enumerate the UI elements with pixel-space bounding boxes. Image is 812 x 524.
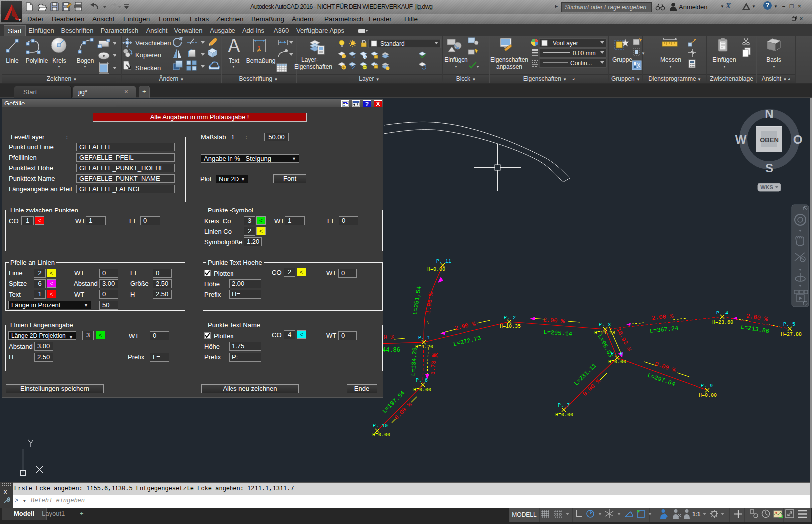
svg-text:P. 1: P. 1 (418, 335, 430, 341)
svg-text:H=23.60: H=23.60 (712, 320, 733, 325)
svg-text:N: N (765, 107, 773, 121)
svg-text:P. 3: P. 3 (599, 322, 611, 328)
svg-text:1:1: 1:1 (692, 511, 701, 518)
svg-text:H=0.00: H=0.00 (608, 359, 626, 365)
svg-text:H=27.88: H=27.88 (781, 332, 802, 337)
svg-text:P. 4: P. 4 (716, 311, 728, 316)
svg-text:L=213.86: L=213.86 (740, 324, 770, 335)
svg-text:H=0.00: H=0.00 (555, 412, 573, 418)
svg-text:Contin...: Contin... (570, 60, 592, 67)
svg-text:H=0.00: H=0.00 (699, 393, 717, 398)
svg-text:P. 6: P. 6 (416, 378, 428, 383)
svg-text:H=14.18: H=14.18 (594, 330, 615, 336)
svg-text:OBEN: OBEN (760, 136, 779, 144)
svg-text:A: A (228, 36, 240, 56)
svg-text:P. 8: P. 8 (611, 351, 623, 357)
svg-text:S: S (765, 161, 773, 175)
svg-text:H=0.00: H=0.00 (372, 432, 390, 438)
svg-text:L=134,29: L=134,29 (410, 347, 419, 376)
svg-text:2.00 %: 2.00 % (651, 313, 674, 322)
svg-text:P. 5: P. 5 (783, 322, 795, 327)
svg-text:2.00 %: 2.00 % (543, 317, 565, 325)
svg-text:44.86: 44.86 (382, 347, 400, 354)
svg-text:H=4.20: H=4.20 (415, 344, 433, 350)
svg-text:P. 10: P. 10 (373, 423, 388, 429)
svg-text:VonLayer: VonLayer (553, 40, 578, 47)
svg-text:H=0.00: H=0.00 (413, 387, 431, 393)
svg-text:0 %: 0 % (383, 334, 394, 341)
svg-text:16.93 %: 16.93 % (615, 327, 633, 353)
svg-text:L=297.64: L=297.64 (646, 372, 676, 388)
svg-text:P. 9: P. 9 (701, 383, 713, 389)
svg-text:H=10.35: H=10.35 (500, 324, 521, 329)
svg-text:0.00 mm: 0.00 mm (573, 50, 596, 57)
svg-text:MODELL: MODELL (512, 511, 537, 518)
svg-text:L=295.14: L=295.14 (543, 329, 572, 338)
svg-text:Standard: Standard (380, 40, 405, 47)
svg-text:1.95 %: 1.95 % (425, 291, 435, 314)
svg-text:▼: ▼ (641, 51, 645, 56)
svg-text:P. 11: P. 11 (436, 259, 451, 264)
svg-text:WKS: WKS (760, 184, 773, 190)
svg-text:L=251,54: L=251,54 (412, 286, 423, 315)
svg-text:L=272.73: L=272.73 (453, 335, 482, 348)
svg-text:L=367.24: L=367.24 (649, 325, 679, 335)
svg-text:W: W (735, 133, 747, 146)
svg-text:P. 2: P. 2 (504, 315, 516, 321)
svg-text:P. 7: P. 7 (558, 403, 570, 408)
svg-text:H=0.00: H=0.00 (427, 267, 445, 272)
svg-text:0.00 %: 0.00 % (582, 377, 602, 398)
svg-text:O: O (793, 133, 803, 146)
